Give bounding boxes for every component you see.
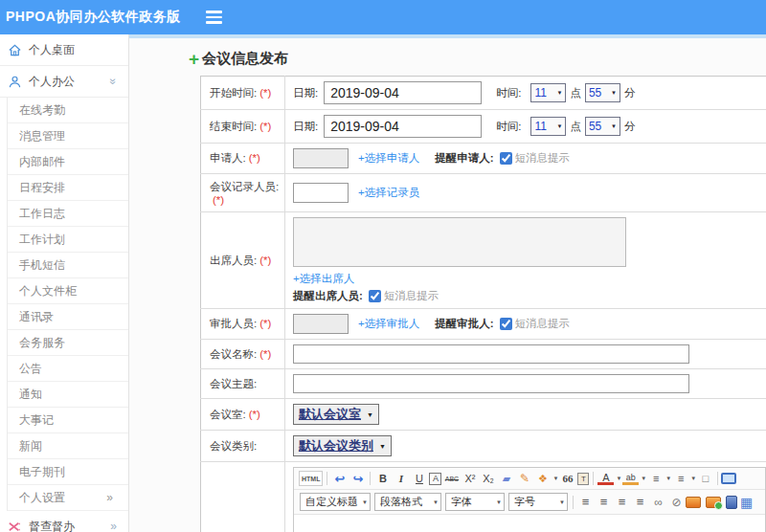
paragraph-format-combo[interactable]: 段落格式▼ — [374, 493, 441, 511]
align-left-icon[interactable]: ≡ — [577, 495, 594, 510]
start-minute-select[interactable]: 55▼ — [585, 83, 620, 102]
sidebar-item-schedule[interactable]: 日程安排 — [8, 175, 128, 201]
blockquote-icon[interactable]: 66 — [559, 471, 575, 486]
superscript-icon[interactable]: X² — [462, 471, 478, 486]
caret-down-icon[interactable]: ▼ — [665, 476, 671, 481]
select-applicant-link[interactable]: +选择申请人 — [358, 151, 419, 166]
applicant-sms-checkbox[interactable] — [500, 152, 512, 165]
select-approver-link[interactable]: +选择审批人 — [358, 317, 419, 331]
sidebar-item-notice[interactable]: 通知 — [8, 382, 128, 408]
caret-down-icon[interactable]: ▼ — [616, 476, 621, 481]
meeting-room-select[interactable]: 默认会议室 ▼ — [293, 404, 379, 425]
user-icon — [8, 75, 22, 89]
sidebar-item-file-cabinet[interactable]: 个人文件柜 — [8, 278, 128, 304]
meeting-type-select[interactable]: 默认会议类别 ▼ — [293, 435, 392, 456]
align-right-icon[interactable]: ≡ — [614, 495, 630, 510]
applicant-input[interactable] — [293, 148, 349, 168]
select-attendees-link[interactable]: +选择出席人 — [293, 273, 354, 284]
new-document-icon[interactable]: □ — [697, 471, 713, 486]
sidebar-item-contacts[interactable]: 通讯录 — [8, 304, 128, 330]
fullscreen-preview-icon[interactable] — [721, 473, 736, 484]
upload-image-icon[interactable] — [706, 497, 721, 508]
row-start-time: 开始时间:(*) 日期: 时间: 11▼ 点 55▼ 分 — [201, 77, 766, 110]
strikethrough-icon[interactable]: ABC — [443, 471, 460, 486]
sidebar-item-supervision[interactable]: 督查督办 » — [0, 511, 128, 532]
sidebar-item-e-journal[interactable]: 电子期刊 — [8, 459, 128, 485]
chevron-down-icon: » — [107, 78, 121, 85]
autotypeset-icon[interactable]: A — [429, 473, 441, 485]
end-minute-select[interactable]: 55▼ — [585, 117, 620, 136]
insert-image-icon[interactable] — [686, 497, 701, 508]
select-recorder-link[interactable]: +选择记录员 — [358, 186, 419, 200]
minute-unit: 分 — [624, 120, 636, 134]
meeting-topic-input[interactable] — [293, 374, 689, 393]
bold-icon[interactable]: B — [374, 471, 391, 486]
undo-icon[interactable]: ↩ — [331, 471, 348, 486]
remind-approver-label: 提醒审批人: — [435, 317, 493, 331]
remove-link-icon[interactable]: ⊘ — [668, 495, 685, 510]
meeting-type-label: 会议类别: — [210, 440, 257, 452]
insert-table-icon[interactable]: ▦ — [738, 495, 755, 510]
redo-icon[interactable]: ↪ — [349, 471, 366, 486]
end-date-input[interactable] — [324, 115, 482, 138]
minute-unit: 分 — [624, 86, 636, 100]
home-icon — [8, 43, 22, 57]
html-source-button[interactable]: HTML — [299, 471, 323, 486]
sidebar-item-desktop[interactable]: 个人桌面 — [0, 34, 128, 66]
sidebar-item-announcement[interactable]: 公告 — [8, 356, 128, 382]
editor-content-area[interactable] — [294, 515, 765, 532]
unordered-list-icon[interactable]: ≡ — [672, 471, 688, 486]
font-size-combo[interactable]: 字号▼ — [508, 493, 568, 511]
recorder-input[interactable] — [293, 183, 349, 203]
sidebar-item-internal-mail[interactable]: 内部邮件 — [8, 149, 128, 175]
paste-icon[interactable]: T — [577, 473, 589, 485]
format-eraser-icon[interactable]: ▰ — [498, 471, 514, 486]
sidebar-item-major-events[interactable]: 大事记 — [8, 408, 128, 433]
end-hour-select[interactable]: 11▼ — [530, 117, 566, 136]
row-applicant: 申请人:(*) +选择申请人 提醒申请人: 短消息提示 — [201, 144, 766, 174]
row-meeting-type: 会议类别: 默认会议类别 ▼ — [201, 431, 766, 462]
font-family-combo[interactable]: 字体▼ — [445, 493, 505, 511]
meeting-name-input[interactable] — [293, 344, 689, 364]
font-color-icon[interactable]: A — [597, 473, 614, 485]
sidebar-item-work-log[interactable]: 工作日志 — [8, 201, 128, 227]
subscript-icon[interactable]: X₂ — [480, 471, 496, 486]
approver-sms-checkbox[interactable] — [500, 318, 512, 330]
attendees-sms-checkbox[interactable] — [369, 290, 381, 302]
row-meeting-name: 会议名称:(*) — [201, 340, 766, 369]
sidebar-item-news[interactable]: 新闻 — [8, 433, 128, 459]
sidebar-item-meeting-service[interactable]: 会务服务 — [8, 330, 128, 356]
sms-hint-label: 短消息提示 — [384, 289, 439, 303]
sidebar-item-office[interactable]: 个人办公 » — [0, 66, 128, 98]
sidebar-item-work-plan[interactable]: 工作计划 — [8, 227, 128, 253]
start-hour-select[interactable]: 11▼ — [530, 83, 566, 102]
caret-down-icon[interactable]: ▼ — [641, 476, 646, 481]
hamburger-menu-icon[interactable] — [206, 11, 222, 24]
underline-icon[interactable]: U — [411, 471, 427, 486]
editor-toolbar-row2: 自定义标题▼ 段落格式▼ 字体▼ 字号▼ — [294, 490, 765, 515]
caret-down-icon[interactable]: ▼ — [690, 476, 696, 481]
sidebar-item-sms[interactable]: 手机短信 — [8, 253, 128, 278]
paragraph-style-icon[interactable]: ❖ — [534, 471, 551, 486]
insert-link-icon[interactable]: ∞ — [650, 495, 666, 510]
required-star: (*) — [213, 194, 224, 206]
time-label: 时间: — [496, 86, 521, 100]
sidebar-item-attendance[interactable]: 在线考勤 — [8, 98, 128, 123]
sidebar-item-personal-settings[interactable]: 个人设置 » — [8, 485, 128, 511]
align-center-icon[interactable]: ≡ — [596, 495, 612, 510]
start-date-input[interactable] — [324, 81, 482, 104]
approver-input[interactable] — [293, 314, 349, 334]
ordered-list-icon[interactable]: ≡ — [647, 471, 664, 486]
meeting-room-label: 会议室: — [210, 409, 246, 420]
caret-down-icon: ▼ — [367, 411, 373, 418]
insert-media-icon[interactable] — [726, 496, 737, 509]
caret-down-icon[interactable]: ▼ — [552, 476, 558, 481]
highlight-color-icon[interactable]: ab — [622, 473, 639, 485]
align-justify-icon[interactable]: ≡ — [632, 495, 648, 510]
custom-title-combo[interactable]: 自定义标题▼ — [300, 493, 371, 511]
sms-hint-label: 短消息提示 — [515, 151, 571, 166]
format-brush-icon[interactable]: ✎ — [516, 471, 532, 486]
italic-icon[interactable]: I — [393, 471, 409, 486]
attendees-textarea[interactable] — [293, 217, 626, 267]
sidebar-item-messages[interactable]: 消息管理 — [8, 123, 128, 149]
